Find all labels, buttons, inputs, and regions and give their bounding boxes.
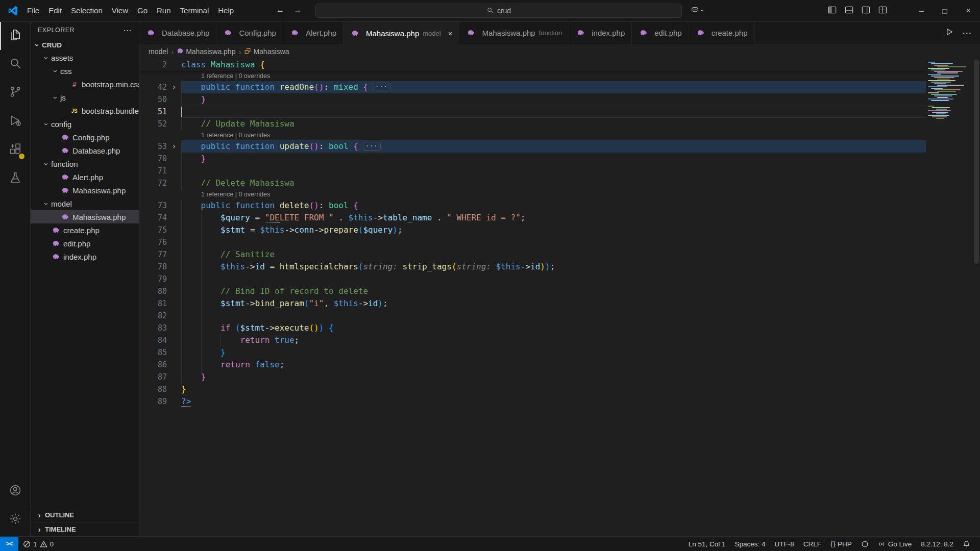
editor-more-actions[interactable]: ⋯ (962, 27, 972, 39)
line-gutter[interactable]: 73 (139, 199, 181, 212)
toggle-secondary-sidebar-icon[interactable] (861, 5, 871, 17)
code-line-88[interactable]: 88} (139, 383, 926, 395)
breadcrumb-model[interactable]: model (149, 47, 168, 56)
status-ports[interactable] (856, 537, 873, 551)
menu-terminal[interactable]: Terminal (176, 4, 214, 17)
status-cursor-position[interactable]: Ln 51, Col 1 (684, 537, 730, 551)
line-gutter[interactable]: 77 (139, 248, 181, 261)
problems-status[interactable]: 1 0 (18, 537, 58, 551)
tab-database.php[interactable]: Database.php (139, 21, 216, 44)
line-gutter[interactable]: 76 (139, 236, 181, 248)
codelens-link[interactable]: 1 reference | 0 overrides (139, 189, 926, 199)
code-line-89[interactable]: 89?> (139, 395, 926, 408)
file-alert.php[interactable]: Alert.php (31, 170, 139, 184)
status-notifications[interactable] (958, 537, 975, 551)
section-outline[interactable]: ›OUTLINE (31, 508, 139, 522)
file-database.php[interactable]: Database.php (31, 144, 139, 157)
file-index.php[interactable]: index.php (31, 250, 139, 263)
code-line-53[interactable]: 53› public function update(): bool {··· (139, 140, 926, 153)
breadcrumb-mahasiswa.php[interactable]: Mahasiswa.php (177, 47, 235, 56)
status-php-version[interactable]: 8.2.12: 8.2 (916, 537, 958, 551)
line-gutter[interactable]: 85 (139, 346, 181, 359)
line-gutter[interactable]: 83 (139, 322, 181, 334)
line-gutter[interactable]: 82 (139, 310, 181, 322)
line-gutter[interactable]: 71 (139, 165, 181, 177)
tab-alert.php[interactable]: Alert.php (283, 21, 344, 44)
code-line-42[interactable]: 42› public function readOne(): mixed {··… (139, 81, 926, 93)
folded-code-badge[interactable]: ··· (373, 83, 390, 91)
tab-mahasiswa.php-function[interactable]: Mahasiswa.phpfunction (459, 21, 569, 44)
code-line-85[interactable]: 85 } (139, 346, 926, 359)
customize-layout-icon[interactable] (878, 5, 888, 17)
toggle-panel-icon[interactable] (844, 5, 854, 17)
line-gutter[interactable]: 50 (139, 93, 181, 106)
file-mahasiswa.php[interactable]: Mahasiswa.php (31, 210, 139, 223)
close-button[interactable]: × (957, 0, 980, 21)
line-gutter[interactable]: 86 (139, 359, 181, 371)
activity-accounts[interactable] (0, 477, 30, 506)
code-line-77[interactable]: 77 // Sanitize (139, 248, 926, 261)
code-line-87[interactable]: 87 } (139, 371, 926, 383)
status-indentation[interactable]: Spaces: 4 (730, 537, 770, 551)
file-bootstrap.bundle....[interactable]: JSbootstrap.bundle.... (31, 104, 139, 117)
menu-file[interactable]: File (22, 4, 44, 17)
menu-run[interactable]: Run (152, 4, 176, 17)
tab-config.php[interactable]: Config.php (216, 21, 283, 44)
fold-chevron-icon[interactable]: › (167, 81, 181, 93)
file-edit.php[interactable]: edit.php (31, 237, 139, 250)
menu-view[interactable]: View (107, 4, 133, 17)
activity-explorer[interactable] (0, 21, 30, 50)
minimize-button[interactable]: ─ (910, 0, 933, 21)
fold-chevron-icon[interactable]: › (167, 140, 181, 153)
line-gutter[interactable]: 42› (139, 81, 181, 93)
section-timeline[interactable]: ›TIMELINE (31, 522, 139, 536)
code-line-79[interactable]: 79 (139, 273, 926, 285)
line-gutter[interactable]: 79 (139, 273, 181, 285)
menu-selection[interactable]: Selection (66, 4, 107, 17)
activity-search[interactable] (0, 50, 30, 79)
line-gutter[interactable]: 70 (139, 153, 181, 165)
line-gutter[interactable]: 72 (139, 177, 181, 189)
scrollbar-thumb[interactable] (974, 60, 979, 264)
code-line-73[interactable]: 73 public function delete(): bool { (139, 199, 926, 212)
folder-function[interactable]: ›function (31, 157, 139, 170)
line-gutter[interactable]: 78 (139, 261, 181, 273)
section-crud[interactable]: › CRUD (31, 39, 139, 51)
code-line-80[interactable]: 80 // Bind ID of record to delete (139, 285, 926, 297)
activity-settings[interactable] (0, 506, 30, 534)
code-line-86[interactable]: 86 return false; (139, 359, 926, 371)
activity-extensions[interactable] (0, 136, 30, 164)
folded-code-badge[interactable]: ··· (363, 142, 381, 151)
status-go-live[interactable]: Go Live (873, 537, 917, 551)
file-create.php[interactable]: create.php (31, 223, 139, 237)
status-language-mode[interactable]: { }PHP (826, 537, 856, 551)
line-gutter[interactable]: 87 (139, 371, 181, 383)
line-gutter[interactable]: 51 (139, 106, 181, 118)
tab-edit.php[interactable]: edit.php (632, 21, 689, 44)
folder-model[interactable]: ›model (31, 197, 139, 210)
line-gutter[interactable]: 52 (139, 118, 181, 130)
folder-assets[interactable]: ›assets (31, 51, 139, 64)
code-line-81[interactable]: 81 $stmt->bind_param("i", $this->id); (139, 297, 926, 310)
code-line-83[interactable]: 83 if ($stmt->execute()) { (139, 322, 926, 334)
remote-indicator[interactable]: >< (0, 537, 18, 551)
line-gutter[interactable]: 89 (139, 395, 181, 408)
code-line-72[interactable]: 72 // Delete Mahasiswa (139, 177, 926, 189)
activity-source-control[interactable] (0, 79, 30, 107)
code-line-71[interactable]: 71 (139, 165, 926, 177)
code-line-70[interactable]: 70 } (139, 153, 926, 165)
code-editor[interactable]: 2class Mahasiswa {1 reference | 0 overri… (139, 59, 980, 536)
code-line-50[interactable]: 50 } (139, 93, 926, 106)
folder-js[interactable]: ›js (31, 91, 139, 104)
code-line-75[interactable]: 75 $stmt = $this->conn->prepare($query); (139, 224, 926, 236)
forward-button[interactable]: → (290, 0, 305, 21)
code-line-82[interactable]: 82 (139, 310, 926, 322)
folder-css[interactable]: ›css (31, 64, 139, 78)
file-config.php[interactable]: Config.php (31, 131, 139, 144)
line-gutter[interactable]: 74 (139, 212, 181, 224)
tab-mahasiswa.php-model[interactable]: Mahasiswa.phpmodel× (344, 21, 459, 44)
line-gutter[interactable]: 53› (139, 140, 181, 153)
line-gutter[interactable]: 75 (139, 224, 181, 236)
file-mahasiswa.php[interactable]: Mahasiswa.php (31, 184, 139, 197)
code-line-84[interactable]: 84 return true; (139, 334, 926, 346)
